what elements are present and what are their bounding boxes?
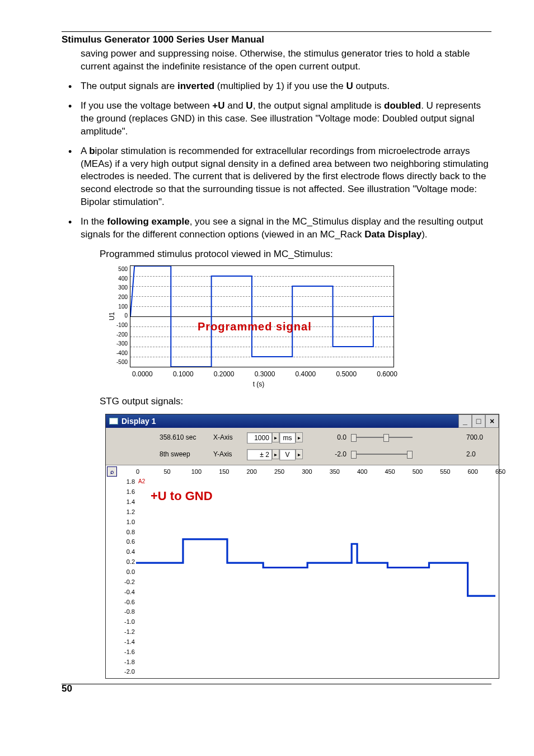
yaxis-span-spinner[interactable]: ± 2 ▸ V ▸ bbox=[247, 449, 303, 459]
minimize-button[interactable]: _ bbox=[458, 414, 472, 428]
chart1-annotation: Programmed signal bbox=[198, 319, 312, 334]
xaxis-span-value[interactable]: 1000 bbox=[247, 432, 272, 444]
chart1-yaxis-ticks: 500 400 300 200 100 0 -100 -200 -300 -40… bbox=[116, 265, 130, 366]
chart1-xaxis-label: t (s) bbox=[107, 380, 410, 389]
list-item: In the following example, you see a sign… bbox=[68, 216, 491, 241]
chart1-xaxis-ticks: 0.0000 0.1000 0.2000 0.3000 0.4000 0.500… bbox=[132, 367, 397, 379]
yaxis-range-lo: -2.0 bbox=[305, 450, 349, 459]
display1-plot: ⌕ 0 50 100 150 200 250 300 350 400 450 5… bbox=[106, 465, 499, 678]
maximize-button[interactable]: □ bbox=[472, 414, 485, 428]
yaxis-label: Y-Axis bbox=[213, 450, 245, 459]
display1-window: Display 1 _ □ × 358.610 sec X-Axis 1000 … bbox=[105, 414, 499, 679]
spin-arrow-icon[interactable]: ▸ bbox=[296, 432, 303, 442]
close-button[interactable]: × bbox=[485, 414, 499, 428]
xaxis-span-unit[interactable]: ms bbox=[279, 432, 296, 444]
yaxis-range-hi: 2.0 bbox=[466, 450, 498, 459]
bullet-list: The output signals are inverted (multipl… bbox=[68, 80, 491, 241]
yaxis-span-unit[interactable]: V bbox=[279, 449, 296, 460]
xaxis-span-spinner[interactable]: 1000 ▸ ms ▸ bbox=[247, 432, 303, 442]
time-readout: 358.610 sec bbox=[160, 433, 211, 442]
page-number: 50 bbox=[62, 683, 72, 696]
app-icon bbox=[109, 418, 118, 424]
sweep-readout: 8th sweep bbox=[160, 450, 211, 459]
chart1-series bbox=[130, 266, 394, 367]
yaxis-range-slider[interactable] bbox=[351, 450, 413, 458]
yaxis-span-value[interactable]: ± 2 bbox=[247, 449, 272, 460]
window-title: Display 1 bbox=[121, 416, 458, 427]
xaxis-label: X-Axis bbox=[213, 433, 245, 442]
programmed-signal-chart: U1 500 400 300 200 100 0 -100 -200 -300 … bbox=[107, 265, 410, 389]
window-titlebar[interactable]: Display 1 _ □ × bbox=[106, 414, 499, 428]
zoom-icon[interactable]: ⌕ bbox=[107, 466, 117, 477]
spin-arrow-icon[interactable]: ▸ bbox=[272, 432, 279, 442]
caption-programmed: Programmed stimulus protocol viewed in M… bbox=[100, 248, 491, 261]
xaxis-range-hi: 700.0 bbox=[466, 433, 498, 442]
list-item: A bipolar stimulation is recommended for… bbox=[68, 145, 491, 209]
page-title: Stimulus Generator 1000 Series User Manu… bbox=[62, 34, 491, 46]
chart1-yaxis-label: U1 bbox=[107, 265, 116, 367]
plot-series bbox=[136, 478, 495, 657]
xaxis-range-slider[interactable] bbox=[351, 433, 413, 441]
caption-stg-output: STG output signals: bbox=[100, 395, 491, 408]
list-item: The output signals are inverted (multipl… bbox=[68, 80, 491, 93]
list-item: If you use the voltage between +U and U,… bbox=[68, 100, 491, 138]
plot-xaxis-ticks: 0 50 100 150 200 250 300 350 400 450 500… bbox=[136, 468, 495, 479]
display1-toolbar: 358.610 sec X-Axis 1000 ▸ ms ▸ 0.0 700.0 bbox=[106, 428, 499, 465]
intro-continuation: saving power and suppressing noise. Othe… bbox=[81, 48, 491, 73]
spin-arrow-icon[interactable]: ▸ bbox=[272, 449, 279, 459]
plot-yaxis-ticks: 1.8 1.6 1.4 1.2 1.0 0.8 0.6 0.4 0.2 0.0 … bbox=[119, 478, 135, 676]
xaxis-range-lo: 0.0 bbox=[305, 433, 349, 442]
spin-arrow-icon[interactable]: ▸ bbox=[296, 449, 303, 459]
